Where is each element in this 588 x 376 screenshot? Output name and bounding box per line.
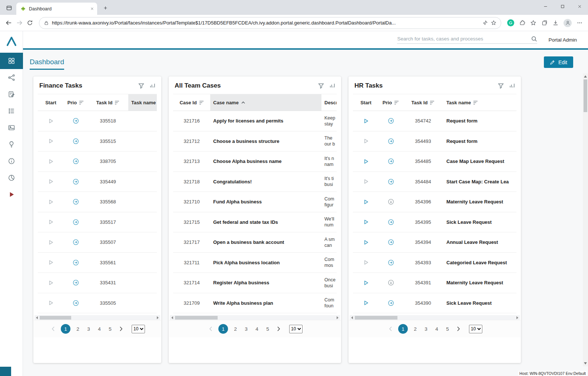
page-2-button[interactable]: 2 — [75, 326, 81, 332]
page-1-button[interactable]: 1 — [218, 324, 228, 334]
page-scrollbar[interactable] — [583, 73, 588, 366]
search-input[interactable] — [397, 36, 529, 42]
horizontal-scrollbar[interactable] — [170, 315, 340, 320]
start-task-button[interactable] — [48, 300, 54, 306]
extensions-icon[interactable] — [519, 20, 525, 26]
sidebar-item-media[interactable] — [0, 120, 23, 136]
start-task-button[interactable] — [48, 280, 54, 286]
column-header-start[interactable]: Start — [38, 94, 64, 111]
sidebar-footer[interactable] — [0, 367, 11, 376]
tab-close-icon[interactable] — [90, 7, 94, 11]
scroll-right-button[interactable] — [337, 316, 338, 319]
table-row[interactable]: 338705 — [38, 151, 157, 172]
table-row[interactable]: 321717Open a business bank accountA smca… — [173, 232, 337, 253]
scrollbar-thumb[interactable] — [175, 316, 218, 320]
tab-actions-menu-icon[interactable] — [4, 3, 14, 13]
column-header-prio[interactable]: Prio — [379, 94, 403, 111]
scroll-left-button[interactable] — [36, 316, 38, 319]
prev-page-button[interactable] — [209, 326, 212, 331]
start-task-button[interactable] — [363, 138, 369, 144]
filter-icon[interactable] — [498, 83, 504, 89]
url-field[interactable]: https://trunk-wawa.axonivy.io/Portal/fac… — [39, 17, 501, 29]
start-task-button[interactable] — [48, 138, 54, 144]
back-icon[interactable] — [5, 19, 12, 26]
start-task-button[interactable] — [363, 280, 369, 286]
start-task-button[interactable] — [363, 118, 369, 124]
table-row[interactable]: 354395Sick Leave Request — [353, 212, 516, 233]
sidebar-item-designer[interactable] — [0, 186, 23, 203]
page-2-button[interactable]: 2 — [232, 326, 239, 332]
downloads-icon[interactable] — [552, 20, 559, 26]
pin-icon[interactable] — [482, 20, 488, 26]
start-task-button[interactable] — [48, 179, 54, 184]
sidebar-item-info[interactable] — [0, 153, 23, 169]
more-menu-icon[interactable] — [577, 20, 583, 26]
start-task-button[interactable] — [48, 158, 54, 164]
table-row[interactable]: 354393Categoried Leave Request — [353, 253, 516, 273]
table-row[interactable]: 354485Case Map Leave Request — [353, 151, 516, 172]
filter-icon[interactable] — [138, 83, 144, 89]
minimize-button[interactable] — [537, 0, 554, 13]
edit-dashboard-button[interactable]: Edit — [544, 56, 573, 68]
sidebar-item-tasks[interactable] — [0, 86, 23, 102]
sidebar-item-statistics[interactable] — [0, 170, 23, 186]
column-header-task-name[interactable]: Task name — [443, 94, 516, 111]
page-1-button[interactable]: 1 — [398, 324, 408, 334]
start-task-button[interactable] — [48, 219, 54, 225]
table-row[interactable]: 321709Write Alpha business planComfoun — [173, 293, 337, 314]
page-1-button[interactable]: 1 — [61, 324, 70, 334]
table-row[interactable]: 321715Get federal and state tax IDsWe'll… — [173, 212, 337, 233]
table-row[interactable]: 321711Pick Alpha business locationCommos — [173, 253, 337, 273]
column-header-task-id[interactable]: Task Id — [403, 94, 443, 111]
page-scrollbar-thumb[interactable] — [584, 79, 587, 112]
next-page-button[interactable] — [119, 326, 123, 331]
scroll-up-button[interactable] — [584, 75, 587, 78]
page-4-button[interactable]: 4 — [433, 326, 440, 332]
search-icon[interactable] — [531, 36, 537, 42]
column-header-task-name[interactable]: Task name — [128, 94, 157, 111]
add-favorite-star-icon[interactable] — [491, 20, 496, 26]
start-task-button[interactable] — [48, 199, 54, 205]
start-task-button[interactable] — [363, 239, 369, 245]
user-menu[interactable]: Portal Admin — [548, 37, 577, 43]
page-size-select[interactable]: 10 — [469, 325, 482, 333]
column-header-task-id[interactable]: Task Id — [87, 94, 128, 111]
sidebar-item-processes[interactable] — [0, 69, 23, 86]
table-row[interactable]: 321710Fund Alpha businessComfigur — [173, 192, 337, 212]
table-row[interactable]: 321714Register Alpha businessOncebusi — [173, 273, 337, 293]
table-row[interactable]: 354390Sick Leave Request — [353, 293, 516, 314]
collections-icon[interactable] — [541, 20, 548, 26]
page-2-button[interactable]: 2 — [412, 326, 419, 332]
page-3-button[interactable]: 3 — [243, 326, 250, 332]
page-size-select[interactable]: 10 — [132, 325, 145, 333]
table-row[interactable]: 335515 — [38, 131, 157, 152]
profile-avatar[interactable] — [564, 19, 572, 27]
prev-page-button[interactable] — [389, 326, 392, 331]
next-page-button[interactable] — [457, 326, 460, 331]
table-row[interactable]: 354493Request form — [353, 131, 516, 152]
chart-icon[interactable] — [509, 83, 515, 89]
table-row[interactable]: 321718Congratulations!It's tibusi — [173, 172, 337, 192]
scroll-left-button[interactable] — [351, 316, 353, 319]
page-4-button[interactable]: 4 — [96, 326, 103, 332]
table-row[interactable]: 354396Maternity Leave Request — [353, 192, 516, 212]
table-row[interactable]: 335431 — [38, 273, 157, 293]
start-task-button[interactable] — [48, 118, 54, 124]
table-row[interactable]: 335505 — [38, 293, 157, 314]
new-tab-button[interactable] — [100, 3, 110, 13]
scrollbar-thumb[interactable] — [40, 316, 71, 320]
chart-icon[interactable] — [149, 83, 155, 89]
scroll-right-button[interactable] — [516, 316, 518, 319]
browser-tab-dashboard[interactable]: Dashboard — [16, 3, 97, 15]
horizontal-scrollbar[interactable] — [34, 315, 160, 320]
table-row[interactable]: 335568 — [38, 192, 157, 212]
prev-page-button[interactable] — [52, 326, 55, 331]
column-header-case-name[interactable]: Case name — [210, 94, 321, 111]
start-task-button[interactable] — [363, 300, 369, 306]
start-task-button[interactable] — [48, 239, 54, 245]
table-row[interactable]: 354391Maternity Leave Request — [353, 273, 516, 293]
table-row[interactable]: 354742Request form — [353, 111, 516, 131]
global-search[interactable] — [397, 36, 537, 44]
page-4-button[interactable]: 4 — [254, 326, 260, 332]
column-header-description[interactable]: Description — [321, 94, 337, 111]
